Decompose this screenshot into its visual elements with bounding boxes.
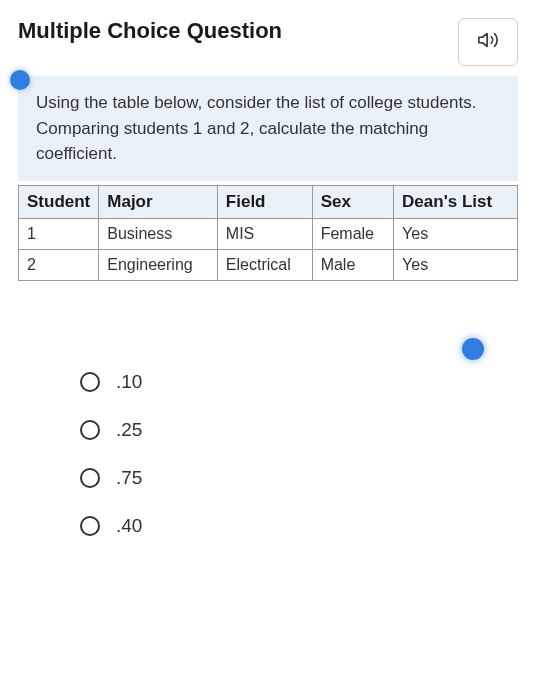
option-label: .40	[116, 515, 142, 537]
read-aloud-button[interactable]	[458, 18, 518, 66]
cell-deans-list: Yes	[394, 249, 518, 280]
radio-icon	[80, 420, 100, 440]
cell-field: MIS	[217, 218, 312, 249]
data-table: Student Major Field Sex Dean's List 1 Bu…	[18, 181, 518, 281]
col-header-deans-list: Dean's List	[394, 185, 518, 218]
option-label: .10	[116, 371, 142, 393]
col-header-sex: Sex	[312, 185, 393, 218]
cell-student: 1	[19, 218, 99, 249]
option-label: .25	[116, 419, 142, 441]
table-row: 1 Business MIS Female Yes	[19, 218, 518, 249]
col-header-field: Field	[217, 185, 312, 218]
radio-icon	[80, 516, 100, 536]
answer-options: .10 .25 .75 .40	[80, 371, 536, 537]
page-title: Multiple Choice Question	[18, 18, 282, 44]
svg-marker-0	[479, 34, 487, 47]
cell-student: 2	[19, 249, 99, 280]
cell-sex: Female	[312, 218, 393, 249]
cell-major: Business	[99, 218, 218, 249]
table-header-row: Student Major Field Sex Dean's List	[19, 185, 518, 218]
question-prompt: Using the table below, consider the list…	[18, 76, 518, 181]
cell-major: Engineering	[99, 249, 218, 280]
sound-icon	[477, 29, 499, 55]
table-row: 2 Engineering Electrical Male Yes	[19, 249, 518, 280]
radio-icon	[80, 468, 100, 488]
cell-sex: Male	[312, 249, 393, 280]
option-4[interactable]: .40	[80, 515, 536, 537]
selection-handle-start[interactable]	[10, 70, 30, 90]
option-2[interactable]: .25	[80, 419, 536, 441]
option-3[interactable]: .75	[80, 467, 536, 489]
cell-deans-list: Yes	[394, 218, 518, 249]
radio-icon	[80, 372, 100, 392]
option-1[interactable]: .10	[80, 371, 536, 393]
header: Multiple Choice Question	[0, 0, 536, 76]
selection-handle-end[interactable]	[462, 338, 484, 360]
col-header-student: Student	[19, 185, 99, 218]
col-header-major: Major	[99, 185, 218, 218]
cell-field: Electrical	[217, 249, 312, 280]
option-label: .75	[116, 467, 142, 489]
